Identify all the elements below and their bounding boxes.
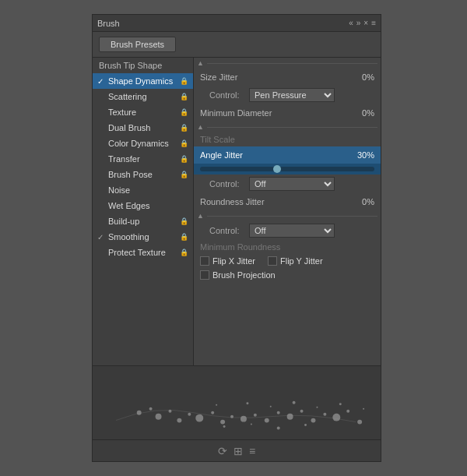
- arrow-icon-3: ▲: [197, 212, 204, 220]
- panel-titlebar: Brush « » × ≡: [93, 15, 381, 32]
- sidebar-label-noise: Noise: [108, 185, 187, 195]
- roundness-jitter-label: Roundness Jitter: [200, 197, 343, 206]
- svg-point-17: [323, 413, 326, 416]
- svg-point-25: [316, 407, 318, 408]
- min-diameter-label: Minimum Diameter: [200, 108, 343, 118]
- flip-x-label: Flip X Jitter: [212, 256, 255, 266]
- svg-point-7: [211, 411, 214, 414]
- svg-point-1: [149, 407, 153, 411]
- angle-slider-track[interactable]: [200, 167, 374, 171]
- svg-point-31: [304, 424, 307, 426]
- sidebar-item-dual-brush[interactable]: Dual Brush 🔒: [93, 120, 193, 136]
- svg-point-6: [195, 414, 203, 422]
- size-jitter-row: Size Jitter 0%: [194, 69, 381, 86]
- control2-select[interactable]: Off Fade Pen Pressure Pen Tilt: [249, 177, 335, 191]
- sidebar-label-dual-brush: Dual Brush: [108, 123, 178, 132]
- bottom-bar: ⟳ ⊞ ≡: [93, 439, 381, 461]
- recycle-icon[interactable]: ⟳: [218, 445, 227, 457]
- sidebar-label-build-up: Build-up: [108, 217, 178, 226]
- divider-line-2: [207, 127, 377, 128]
- content-area: Brush Tip Shape ✓ Shape Dynamics 🔒 Scatt…: [93, 58, 381, 365]
- svg-point-21: [216, 404, 217, 406]
- svg-point-15: [300, 410, 304, 413]
- sidebar-label-texture: Texture: [108, 108, 178, 117]
- min-roundness-label: Minimum Roundness: [194, 240, 381, 254]
- svg-point-14: [287, 414, 293, 420]
- sidebar-item-texture[interactable]: Texture 🔒: [93, 104, 193, 120]
- svg-point-11: [254, 414, 257, 417]
- collapse-left-btn[interactable]: «: [349, 19, 353, 27]
- brush-panel: Brush « » × ≡ Brush Presets Brush Tip Sh…: [92, 14, 381, 462]
- min-diameter-row: Minimum Diameter 0%: [194, 104, 381, 122]
- svg-point-4: [177, 418, 181, 423]
- angle-slider-row: [194, 164, 381, 175]
- svg-point-28: [223, 425, 226, 428]
- sidebar-label-shape-dynamics: Shape Dynamics: [108, 76, 178, 86]
- size-jitter-value: 0%: [343, 72, 374, 82]
- min-diameter-value: 0%: [343, 108, 374, 118]
- flip-y-label: Flip Y Jitter: [280, 256, 323, 266]
- angle-jitter-value: 30%: [343, 150, 374, 160]
- svg-point-10: [241, 416, 247, 422]
- svg-point-18: [332, 414, 340, 421]
- lock-icon-protect-texture: 🔒: [180, 249, 188, 256]
- control3-row: Control: Off Fade Pen Pressure Pen Tilt: [194, 221, 381, 240]
- sidebar-item-color-dynamics[interactable]: Color Dynamics 🔒: [93, 136, 193, 151]
- control1-select[interactable]: Pen Pressure Off Fade Pen Tilt: [249, 88, 335, 102]
- sidebar-label-smoothing: Smoothing: [108, 232, 178, 242]
- size-jitter-label: Size Jitter: [200, 72, 343, 82]
- menu-icon[interactable]: ≡: [371, 19, 376, 27]
- sidebar-label-transfer: Transfer: [108, 154, 178, 164]
- sidebar-item-wet-edges[interactable]: Wet Edges: [93, 198, 193, 213]
- svg-point-20: [357, 420, 362, 425]
- sidebar-label-wet-edges: Wet Edges: [108, 201, 187, 210]
- svg-point-5: [188, 413, 191, 416]
- svg-point-19: [346, 410, 349, 413]
- svg-point-22: [246, 402, 248, 404]
- angle-jitter-row: Angle Jitter 30%: [194, 146, 381, 164]
- sidebar-item-brush-pose[interactable]: Brush Pose 🔒: [93, 167, 193, 182]
- sidebar-item-build-up[interactable]: Build-up 🔒: [93, 213, 193, 229]
- list-icon[interactable]: ≡: [249, 445, 255, 457]
- sidebar-item-scattering[interactable]: Scattering 🔒: [93, 89, 193, 104]
- sidebar-label-brush-pose: Brush Pose: [108, 170, 178, 179]
- sidebar-label-scattering: Scattering: [108, 92, 178, 101]
- flip-y-checkbox[interactable]: [268, 256, 277, 266]
- divider-line-1: [207, 63, 377, 64]
- main-content: ▲ Size Jitter 0% Control: Pen Pressure O…: [194, 58, 381, 365]
- lock-icon-dual-brush: 🔒: [180, 124, 188, 132]
- sidebar-item-noise[interactable]: Noise: [93, 182, 193, 198]
- close-btn[interactable]: ×: [363, 19, 368, 27]
- sidebar-item-protect-texture[interactable]: Protect Texture 🔒: [93, 245, 193, 260]
- svg-point-30: [277, 427, 280, 430]
- lock-icon-scattering: 🔒: [180, 93, 188, 100]
- section-divider-2: ▲: [194, 122, 381, 132]
- arrow-icon-1: ▲: [197, 59, 204, 67]
- svg-point-16: [311, 418, 315, 423]
- control3-select[interactable]: Off Fade Pen Pressure Pen Tilt: [249, 224, 335, 238]
- grid-icon[interactable]: ⊞: [234, 445, 243, 457]
- control2-row: Control: Off Fade Pen Pressure Pen Tilt: [194, 175, 381, 193]
- panel-body: Brush Presets Brush Tip Shape ✓ Shape Dy…: [93, 32, 381, 461]
- check-icon-shape-dynamics: ✓: [97, 77, 108, 86]
- sidebar-section-header[interactable]: Brush Tip Shape: [93, 58, 193, 73]
- collapse-right-btn[interactable]: »: [356, 19, 361, 27]
- sidebar-label-protect-texture: Protect Texture: [108, 248, 178, 257]
- svg-point-24: [293, 401, 296, 404]
- svg-point-26: [339, 403, 342, 405]
- brush-presets-button[interactable]: Brush Presets: [99, 37, 176, 52]
- brush-projection-checkbox[interactable]: [200, 270, 209, 280]
- control1-row: Control: Pen Pressure Off Fade Pen Tilt: [194, 86, 381, 104]
- roundness-jitter-value: 0%: [343, 197, 374, 206]
- lock-icon-transfer: 🔒: [180, 155, 188, 163]
- lock-icon-shape-dynamics: 🔒: [180, 77, 188, 85]
- angle-slider-thumb[interactable]: [273, 165, 281, 173]
- flip-x-checkbox[interactable]: [200, 256, 209, 266]
- top-bar: Brush Presets: [93, 32, 381, 58]
- svg-point-27: [363, 408, 364, 410]
- sidebar-item-smoothing[interactable]: ✓ Smoothing 🔒: [93, 229, 193, 245]
- sidebar-item-shape-dynamics[interactable]: ✓ Shape Dynamics 🔒: [93, 73, 193, 89]
- lock-icon-build-up: 🔒: [180, 217, 188, 225]
- sidebar-item-transfer[interactable]: Transfer 🔒: [93, 151, 193, 167]
- svg-point-8: [220, 420, 225, 425]
